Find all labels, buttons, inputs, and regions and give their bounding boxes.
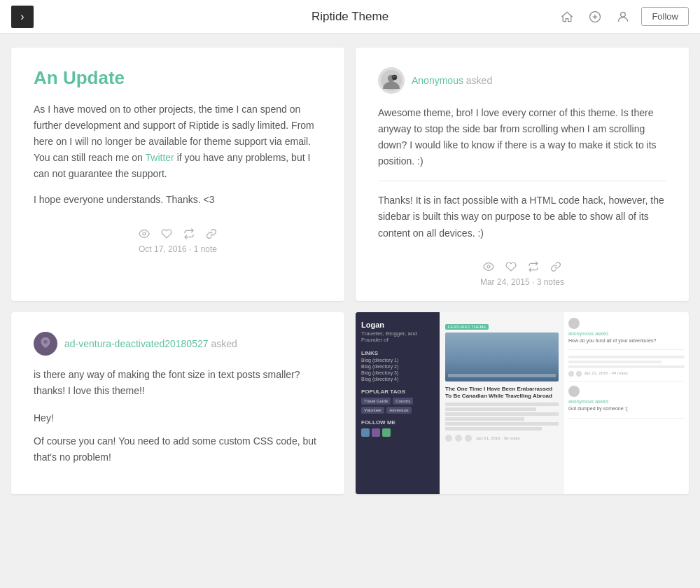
post-card-2: Anonymous asked Awesome theme, bro! I lo… xyxy=(356,48,689,301)
views-icon[interactable] xyxy=(139,228,150,241)
post-meta-2: Mar 24, 2015 · 3 notes xyxy=(378,277,666,287)
ask-label-3: asked xyxy=(211,338,237,349)
ask-answer-2: Thanks! It is in fact possible with a HT… xyxy=(378,192,666,241)
screenshot-link-3: Blog (directory 3) xyxy=(361,370,434,375)
post-card-3: ad-ventura-deactivated20180527 asked is … xyxy=(11,312,344,494)
post-actions-2 xyxy=(378,253,666,274)
twitter-link[interactable]: Twitter xyxy=(146,152,174,163)
screenshot-main-col: FEATURED THEME The One Time I Have Been … xyxy=(440,312,564,494)
screenshot-post-image xyxy=(445,332,559,382)
post-card-4: Logan Traveller, Blogger, and Founder of… xyxy=(356,312,689,494)
account-icon[interactable] xyxy=(613,7,633,27)
post-actions-1 xyxy=(34,220,322,241)
svg-point-1 xyxy=(621,12,626,17)
screenshot-tags-label: POPULAR TAGS xyxy=(361,388,434,395)
ask-user-info-2: Anonymous asked xyxy=(412,75,492,86)
views-icon-2[interactable] xyxy=(483,261,494,274)
screenshot-ask-actions: Jan 22, 2016 · 44 notes xyxy=(568,371,685,377)
home-icon[interactable] xyxy=(557,7,577,27)
screenshot-ask-1: anonymous asked How do you fund all of y… xyxy=(568,318,685,351)
ask-answer-intro-3: Hey! xyxy=(34,410,322,426)
screenshot-links-label: LINKS xyxy=(361,350,434,356)
like-icon[interactable] xyxy=(161,228,172,241)
follow-button[interactable]: Follow xyxy=(641,7,689,26)
ask-header-2: Anonymous asked xyxy=(378,67,666,94)
link-icon-2[interactable] xyxy=(550,261,561,274)
svg-point-2 xyxy=(143,232,146,235)
screenshot-ask-text-2: Got dumped by someone :( xyxy=(568,405,685,412)
screenshot-link-1: Blog (directory 1) xyxy=(361,358,434,363)
ask-label-2: asked xyxy=(466,75,492,86)
screenshot-image: Logan Traveller, Blogger, and Founder of… xyxy=(356,312,689,494)
screenshot-tags: Travel Guide Country Volunteer Adventure xyxy=(361,398,434,414)
ask-username-3: ad-ventura-deactivated20180527 xyxy=(64,338,209,349)
avatar-3 xyxy=(34,332,57,356)
link-icon[interactable] xyxy=(206,228,217,241)
screenshot-sidebar-subtitle: Traveller, Blogger, and Founder of xyxy=(361,330,434,343)
reblog-icon[interactable] xyxy=(183,228,195,241)
header: › Riptide Theme Follow xyxy=(0,0,700,34)
post-body-1b: I hope everyone understands. Thanks. <3 xyxy=(34,192,322,208)
screenshot-right-col: anonymous asked How do you fund all of y… xyxy=(564,312,689,494)
screenshot-sidebar-name: Logan xyxy=(361,321,434,329)
ask-divider-2 xyxy=(378,181,666,181)
screenshot-ask-2: anonymous asked Got dumped by someone :( xyxy=(568,386,685,419)
screenshot-ask-text-1: How do you fund all of your adventures? xyxy=(568,337,685,344)
screenshot-ask-user-1: anonymous asked xyxy=(568,331,685,336)
post-card-1: An Update As I have moved on to other pr… xyxy=(11,48,344,301)
ask-header-3: ad-ventura-deactivated20180527 asked xyxy=(34,332,322,356)
screenshot-social-icons xyxy=(361,428,434,437)
ask-question-3: is there any way of making the font size… xyxy=(34,367,322,399)
posts-grid: An Update As I have moved on to other pr… xyxy=(11,48,689,494)
ask-username-2: Anonymous xyxy=(412,75,463,86)
like-icon-2[interactable] xyxy=(505,261,517,274)
screenshot-ask-user-2: anonymous asked xyxy=(568,399,685,404)
ask-user-info-3: ad-ventura-deactivated20180527 asked xyxy=(64,338,237,349)
sidebar-toggle-button[interactable]: › xyxy=(11,6,34,28)
post-body-1: As I have moved on to other projects, th… xyxy=(34,102,322,182)
header-icons: Follow xyxy=(557,7,689,27)
reblog-icon-2[interactable] xyxy=(528,261,539,274)
svg-point-7 xyxy=(487,265,490,268)
header-left: › xyxy=(11,6,34,28)
post-meta-1: Oct 17, 2016 · 1 note xyxy=(34,244,322,254)
screenshot-follow-label: FOLLOW ME xyxy=(361,419,434,426)
avatar-2 xyxy=(378,67,405,94)
ask-question-2: Awesome theme, bro! I love every corner … xyxy=(378,105,666,169)
screenshot-link-2: Blog (directory 2) xyxy=(361,364,434,369)
post-title-1: An Update xyxy=(34,67,322,89)
screenshot-post-title: The One Time I Have Been Embarrassed To … xyxy=(445,386,559,400)
main-content: An Update As I have moved on to other pr… xyxy=(0,34,700,508)
svg-point-6 xyxy=(393,76,395,78)
svg-point-8 xyxy=(43,340,48,344)
screenshot-sidebar: Logan Traveller, Blogger, and Founder of… xyxy=(356,312,440,494)
ask-answer-3: Of course you can! You need to add some … xyxy=(34,433,322,465)
add-icon[interactable] xyxy=(585,7,605,27)
screenshot-badge: FEATURED THEME xyxy=(445,324,489,330)
screenshot-link-4: Blog (directory 4) xyxy=(361,377,434,382)
page-title: Riptide Theme xyxy=(312,10,388,24)
screenshot-post-actions: Jan 21, 2016 · 56 notes xyxy=(445,435,559,442)
